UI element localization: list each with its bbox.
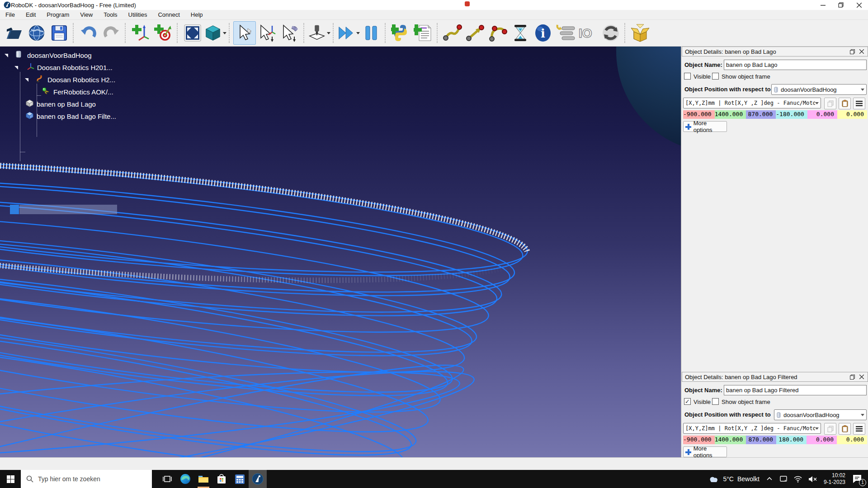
task-view-button[interactable] xyxy=(158,470,176,488)
reference-combobox[interactable]: doosanVoorBadHoog xyxy=(774,409,867,420)
pose-x-value[interactable]: -900.000 xyxy=(683,436,715,444)
restore-button[interactable] xyxy=(832,0,850,10)
pose-z-value[interactable]: 870.000 xyxy=(746,436,776,444)
paste-pose-button[interactable] xyxy=(839,423,851,435)
reference-frame-icon xyxy=(27,63,34,70)
menu-connect[interactable]: Connect xyxy=(152,10,185,20)
volume-muted-icon[interactable] xyxy=(808,476,817,483)
tool-dropdown-caret[interactable] xyxy=(327,32,330,34)
menu-program[interactable]: Program xyxy=(41,10,75,20)
fast-simulation-button[interactable] xyxy=(337,21,360,45)
simulation-dropdown-caret[interactable] xyxy=(356,32,360,34)
visible-checkbox[interactable]: ✓ xyxy=(684,398,691,405)
set-instruction-button[interactable] xyxy=(554,21,577,45)
more-options-button[interactable]: More options xyxy=(683,121,727,132)
start-button[interactable] xyxy=(0,470,21,488)
object-cube-icon xyxy=(26,99,33,107)
float-panel-icon[interactable] xyxy=(850,375,855,380)
update-program-button[interactable] xyxy=(599,21,622,45)
add-python-program-button[interactable] xyxy=(389,21,412,45)
paste-pose-button[interactable] xyxy=(839,98,851,109)
copy-pose-button[interactable] xyxy=(824,423,836,435)
pose-z-value[interactable]: 870.000 xyxy=(746,110,776,119)
pose-rx-value[interactable]: 180.000 xyxy=(776,436,807,444)
notification-center-button[interactable]: 1 xyxy=(852,473,863,485)
move-circular-instruction-button[interactable] xyxy=(486,21,509,45)
pause-simulation-button[interactable] xyxy=(360,21,382,45)
copy-pose-button[interactable] xyxy=(824,98,836,109)
reference-combobox[interactable]: doosanVoorBadHoog xyxy=(771,84,867,95)
show-frame-checkbox[interactable]: ✓ xyxy=(712,398,719,405)
menu-file[interactable]: File xyxy=(0,10,20,20)
move-linear-instruction-button[interactable] xyxy=(464,21,486,45)
move-joint-instruction-button[interactable] xyxy=(441,21,464,45)
redo-button[interactable] xyxy=(100,21,123,45)
show-message-instruction-button[interactable]: i xyxy=(532,21,554,45)
pose-ry-value[interactable]: 0.000 xyxy=(807,436,837,444)
weather-widget[interactable]: 5°C Bewolkt xyxy=(708,475,760,483)
wifi-icon[interactable] xyxy=(794,476,802,483)
pose-menu-button[interactable] xyxy=(853,423,865,435)
robodk-taskbar-icon[interactable] xyxy=(249,470,267,488)
select-tool-button[interactable] xyxy=(233,21,256,45)
open-button[interactable] xyxy=(3,21,25,45)
move-robot-button[interactable] xyxy=(278,21,301,45)
expand-arrow-icon[interactable] xyxy=(5,54,8,57)
file-explorer-icon[interactable] xyxy=(194,470,212,488)
3d-viewport[interactable]: doosanVoorBadHoog Doosan Robotics H201..… xyxy=(0,47,681,457)
pose-rx-value[interactable]: -180.000 xyxy=(776,110,807,119)
panel-header[interactable]: Object Details: banen op Bad Lago xyxy=(682,47,868,56)
fit-to-screen-button[interactable] xyxy=(181,21,204,45)
more-options-button[interactable]: More options xyxy=(683,446,727,457)
io-instruction-button[interactable]: IO xyxy=(577,21,599,45)
pose-rz-value[interactable]: 0.000 xyxy=(837,436,867,444)
store-icon[interactable] xyxy=(212,470,231,488)
pose-rz-value[interactable]: 0.000 xyxy=(837,110,867,119)
taskbar-search-input[interactable]: Typ hier om te zoeken xyxy=(21,470,152,488)
pose-y-value[interactable]: 1400.000 xyxy=(715,436,746,444)
calculator-icon[interactable] xyxy=(231,470,249,488)
pose-menu-button[interactable] xyxy=(853,98,865,109)
menu-help[interactable]: Help xyxy=(185,10,208,20)
toolbar-separator xyxy=(125,23,127,43)
close-panel-icon[interactable] xyxy=(859,49,864,54)
show-frame-label: Show object frame xyxy=(722,73,770,80)
expand-arrow-icon[interactable] xyxy=(25,78,28,82)
close-panel-icon[interactable] xyxy=(859,375,864,379)
clock[interactable]: 10:02 9-1-2023 xyxy=(824,472,845,486)
panel-header[interactable]: Object Details: banen op Bad Lago Filter… xyxy=(682,372,868,382)
add-target-button[interactable] xyxy=(152,21,175,45)
pose-ry-value[interactable]: 0.000 xyxy=(807,110,837,119)
object-name-input[interactable]: banen op Bad Lago Filtered xyxy=(724,385,867,395)
edge-icon[interactable] xyxy=(176,470,194,488)
show-frame-checkbox[interactable]: ✓ xyxy=(712,73,719,80)
pose-format-combobox[interactable]: [X,Y,Z]mm | Rot[X,Y ,Z ]deg - Fanuc/Moto… xyxy=(683,423,821,434)
view-dropdown-caret[interactable] xyxy=(223,32,226,34)
undo-button[interactable] xyxy=(77,21,100,45)
pose-x-value[interactable]: -900.000 xyxy=(683,110,715,119)
pause-instruction-button[interactable] xyxy=(509,21,532,45)
pose-y-value[interactable]: 1400.000 xyxy=(715,110,746,119)
tray-chevron-up-icon[interactable] xyxy=(766,475,773,483)
menu-edit[interactable]: Edit xyxy=(20,10,41,20)
move-reference-button[interactable] xyxy=(256,21,278,45)
expand-arrow-icon[interactable] xyxy=(14,66,18,70)
menu-tools[interactable]: Tools xyxy=(98,10,123,20)
visible-checkbox[interactable]: ✓ xyxy=(684,73,691,80)
object-name-input[interactable]: banen op Bad Lago xyxy=(724,60,867,70)
minimize-button[interactable] xyxy=(814,0,832,10)
check-tool-button[interactable] xyxy=(308,21,330,45)
float-panel-icon[interactable] xyxy=(850,49,855,54)
isometric-view-button[interactable] xyxy=(204,21,226,45)
save-button[interactable] xyxy=(48,21,71,45)
docked-panels-area: Object Details: banen op Bad Lago Object… xyxy=(681,47,868,457)
menu-view[interactable]: View xyxy=(75,10,98,20)
add-reference-frame-button[interactable] xyxy=(129,21,152,45)
tablet-icon[interactable] xyxy=(779,475,788,483)
menu-utilities[interactable]: Utilities xyxy=(123,10,153,20)
close-button[interactable] xyxy=(850,0,868,10)
online-library-button[interactable] xyxy=(25,21,48,45)
pose-format-combobox[interactable]: [X,Y,Z]mm | Rot[X,Y ,Z ]deg - Fanuc/Moto… xyxy=(683,98,821,108)
add-program-button[interactable] xyxy=(412,21,434,45)
export-simulation-button[interactable] xyxy=(629,21,651,45)
